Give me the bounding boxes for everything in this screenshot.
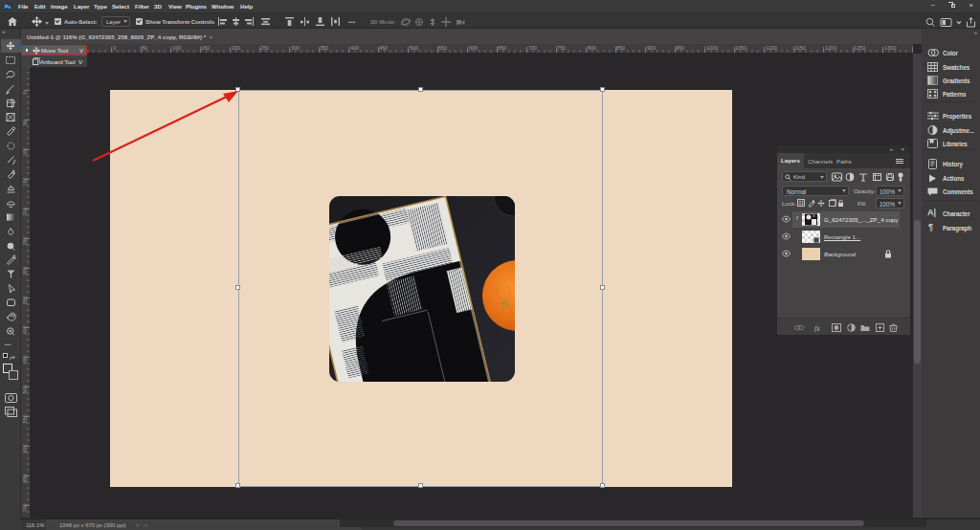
svg-text:fx: fx xyxy=(814,324,820,333)
